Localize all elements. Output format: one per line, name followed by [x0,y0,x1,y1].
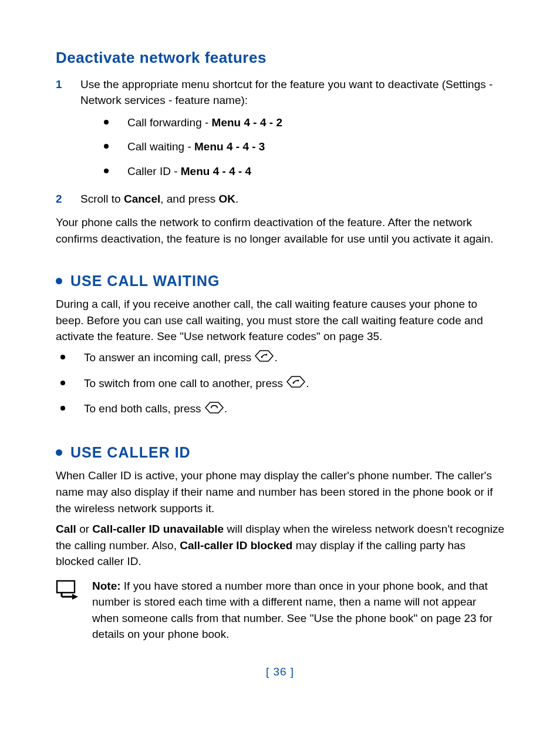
list-item: To answer an incoming call, press . [60,349,504,367]
ok-label: OK [219,193,236,205]
svg-point-1 [261,357,263,358]
bullet-icon [104,144,109,149]
call-key-icon [286,375,305,393]
call-waiting-intro: During a call, if you receive another ca… [56,296,504,345]
action-text: To switch from one call to another, pres… [84,377,286,389]
menu-shortcut: Menu 4 - 4 - 3 [194,140,265,153]
deactivate-explanation: Your phone calls the network to confirm … [56,214,504,247]
heading-caller-id: USE CALLER ID [56,442,504,463]
feature-label: Call waiting - [127,140,194,153]
note-block: Note: If you have stored a number more t… [56,578,504,643]
note-arrow-icon [56,580,82,604]
note-content: Note: If you have stored a number more t… [92,578,504,643]
action-post: . [274,351,277,364]
caller-id-display-info: Call or Call-caller ID unavailable will … [56,521,504,570]
action-text: To end both calls, press [84,402,204,415]
bullet-icon [60,381,65,385]
menu-shortcut: Menu 4 - 4 - 2 [212,116,282,129]
svg-marker-12 [72,594,78,600]
svg-marker-6 [205,402,223,413]
step-1-text: Use the appropriate menu shortcut for th… [80,78,492,107]
caller-id-intro: When Caller ID is active, your phone may… [56,468,504,516]
svg-rect-9 [57,581,75,593]
text-fragment: or [76,523,92,535]
bullet-icon [104,120,109,125]
svg-point-4 [293,382,295,384]
step-1-number: 1 [56,76,80,93]
call-waiting-actions: To answer an incoming call, press . To s… [60,349,504,418]
step-2-body: Scroll to Cancel, and press OK. [80,191,504,207]
cancel-label: Cancel [124,193,160,205]
heading-caller-id-text: USE CALLER ID [70,442,191,463]
heading-call-waiting-text: USE CALL WAITING [70,270,220,291]
step-2-pre: Scroll to [80,193,124,205]
step-2-mid: , and press [160,193,218,205]
note-label: Note: [92,580,121,592]
feature-label: Caller ID - [127,165,181,177]
step-2: 2 Scroll to Cancel, and press OK. [56,191,504,207]
unavailable-bold: Call-caller ID unavailable [92,523,224,535]
svg-marker-0 [255,351,273,361]
call-bold: Call [56,523,76,535]
feature-label: Call forwarding - [127,116,212,129]
heading-deactivate: Deactivate network features [56,47,504,69]
step-1-body: Use the appropriate menu shortcut for th… [80,76,504,188]
bullet-icon [104,169,109,173]
step-2-post: . [235,193,238,205]
deactivate-feature-list: Call forwarding - Menu 4 - 4 - 2 Call wa… [104,115,504,180]
heading-call-waiting: USE CALL WAITING [56,270,504,291]
menu-shortcut: Menu 4 - 4 - 4 [181,165,251,177]
end-key-icon [205,401,224,419]
section-bullet-icon [56,278,62,284]
step-2-number: 2 [56,191,80,207]
list-item: To end both calls, press . [60,401,504,418]
svg-marker-3 [287,376,305,387]
list-item: To switch from one call to another, pres… [60,375,504,393]
step-1: 1 Use the appropriate menu shortcut for … [56,76,504,188]
note-body: If you have stored a number more than on… [92,580,492,641]
list-item: Call waiting - Menu 4 - 4 - 3 [104,139,504,155]
list-item: Caller ID - Menu 4 - 4 - 4 [104,163,504,180]
action-post: . [306,377,309,389]
bullet-icon [60,355,65,359]
call-key-icon [255,349,274,367]
blocked-bold: Call-caller ID blocked [180,539,292,552]
page-number: [ 36 ] [56,664,504,680]
svg-point-2 [266,354,268,356]
section-bullet-icon [56,449,62,456]
action-post: . [224,402,227,415]
svg-point-5 [298,380,299,382]
bullet-icon [60,406,65,411]
action-text: To answer an incoming call, press [84,351,254,364]
list-item: Call forwarding - Menu 4 - 4 - 2 [104,115,504,131]
deactivate-steps: 1 Use the appropriate menu shortcut for … [56,76,504,207]
